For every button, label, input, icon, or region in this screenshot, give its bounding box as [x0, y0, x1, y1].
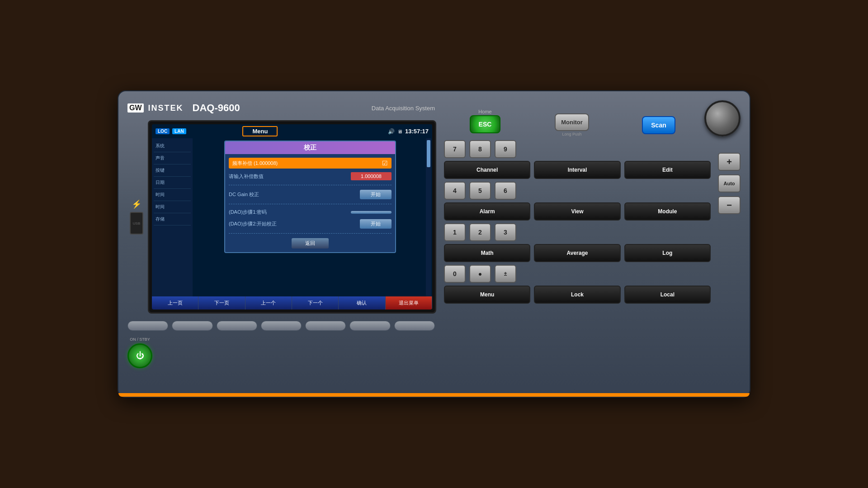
sidebar-item-4: 日期	[154, 177, 191, 189]
dao-step1-row: (DAO)步骤1:密码	[229, 209, 392, 216]
menu-tab[interactable]: Menu	[242, 126, 278, 136]
power-area: ON / STBY ⏻	[127, 335, 435, 370]
dao-step2-start-btn[interactable]: 开始	[360, 219, 392, 229]
long-push-label: Long Push	[562, 132, 581, 136]
input-row: 请输入补偿数值 1.000008	[229, 172, 392, 180]
key-interval[interactable]: Interval	[534, 161, 620, 179]
key-lock[interactable]: Lock	[534, 286, 620, 304]
lan-badge: LAN	[172, 128, 186, 134]
key-6[interactable]: 6	[495, 182, 516, 200]
sidebar-item-6: 时间	[154, 201, 191, 213]
key-7[interactable]: 7	[444, 140, 466, 158]
top-controls: Home ESC Monitor Long Push Scan	[444, 100, 741, 136]
time-display: 13:57:17	[405, 128, 429, 135]
soft-btn-7[interactable]	[394, 321, 435, 331]
dao-step1-input[interactable]	[351, 211, 392, 214]
key-menu[interactable]: Menu	[444, 286, 530, 304]
esc-col: Home ESC	[444, 109, 526, 133]
key-math[interactable]: Math	[444, 244, 530, 262]
fn-prev-page[interactable]: 上一页	[152, 296, 198, 310]
sidebar-item-3: 按键	[154, 164, 191, 177]
freq-comp-label: 频率补偿 (1.000008)	[232, 160, 378, 167]
dialog-body: 频率补偿 (1.000008) ☑ 请输入补偿数值 1.000008	[225, 154, 395, 252]
key-alarm[interactable]: Alarm	[444, 202, 530, 221]
usb-port: USB	[130, 212, 143, 235]
input-value[interactable]: 1.000008	[351, 172, 392, 180]
dc-gain-label: DC Gain 校正	[229, 191, 356, 198]
gw-logo: GW	[127, 103, 144, 113]
key-2[interactable]: 2	[469, 223, 491, 241]
key-log[interactable]: Log	[624, 244, 711, 262]
key-module[interactable]: Module	[624, 202, 711, 221]
soft-btn-1[interactable]	[127, 321, 168, 331]
power-button[interactable]: ⏻	[127, 343, 152, 368]
dao-step1-label: (DAO)步骤1:密码	[229, 209, 347, 216]
key-channel[interactable]: Channel	[444, 161, 530, 179]
screen-topbar: LOC LAN Menu 🔊 🖥 13:57:17	[152, 124, 432, 138]
sidebar-item-1: 系统	[154, 140, 191, 152]
key-1[interactable]: 1	[444, 223, 466, 241]
plus-button[interactable]: +	[718, 153, 741, 171]
soft-btn-3[interactable]	[217, 321, 257, 331]
keypad-row-2: 4 5 6	[444, 182, 711, 200]
soft-btn-2[interactable]	[172, 321, 212, 331]
key-plusminus[interactable]: ±	[495, 265, 516, 283]
soft-btn-4[interactable]	[261, 321, 302, 331]
key-edit[interactable]: Edit	[624, 161, 711, 179]
usb-icon: ⚡	[132, 199, 142, 209]
soft-buttons-row	[127, 318, 435, 331]
dialog-title: 校正	[225, 141, 395, 154]
key-9[interactable]: 9	[495, 140, 516, 158]
keypad-row-4b: Menu Lock Local	[444, 286, 711, 304]
key-average[interactable]: Average	[534, 244, 620, 262]
key-local[interactable]: Local	[624, 286, 711, 304]
scan-button[interactable]: Scan	[642, 116, 675, 134]
instek-logo: INSTEK	[148, 103, 184, 113]
back-row: 返回	[229, 238, 392, 249]
rotary-knob[interactable]	[704, 100, 741, 136]
scroll-handle[interactable]	[427, 140, 430, 167]
key-5[interactable]: 5	[469, 182, 491, 200]
sidebar-item-7: 存储	[154, 213, 191, 225]
sidebar-item-5: 时间	[154, 189, 191, 201]
monitor-button[interactable]: Monitor	[555, 113, 589, 131]
screen-bottom-bar: 上一页 下一页 上一个 下一个 确认 退出菜单	[152, 296, 432, 310]
keypad-main: 7 8 9 Channel Interval Edit 4 5 6 Alarm	[444, 140, 711, 304]
monitor-col: Monitor Long Push	[531, 105, 613, 136]
desc-label: Data Acquisition System	[372, 105, 435, 112]
key-view[interactable]: View	[534, 202, 620, 221]
keypad-row-3: 1 2 3	[444, 223, 711, 241]
keypad-row-2b: Alarm View Module	[444, 202, 711, 221]
dao-step2-label: (DAO)步骤2:开始校正	[229, 221, 356, 227]
loc-badge: LOC	[156, 128, 170, 134]
separator-1	[229, 185, 392, 185]
key-8[interactable]: 8	[469, 140, 491, 158]
fn-exit-menu[interactable]: 退出菜单	[386, 296, 432, 310]
screen-container: LOC LAN Menu 🔊 🖥 13:57:17 系统	[148, 120, 436, 314]
esc-button[interactable]: ESC	[470, 115, 501, 133]
minus-button[interactable]: −	[718, 196, 741, 214]
top-buttons-row: Home ESC Monitor Long Push Scan	[444, 105, 700, 136]
speaker-icon: 🔊	[388, 128, 395, 135]
input-label: 请输入补偿数值	[229, 173, 348, 180]
key-3[interactable]: 3	[495, 223, 516, 241]
freq-comp-row[interactable]: 频率补偿 (1.000008) ☑	[229, 158, 392, 169]
back-btn[interactable]: 返回	[292, 238, 329, 249]
key-0[interactable]: 0	[444, 265, 466, 283]
auto-button[interactable]: Auto	[718, 174, 741, 192]
key-dot[interactable]: ●	[469, 265, 491, 283]
keypad-section: 7 8 9 Channel Interval Edit 4 5 6 Alarm	[444, 140, 741, 304]
fn-confirm[interactable]: 确认	[339, 296, 385, 310]
fn-prev-item[interactable]: 上一个	[245, 296, 292, 310]
screen: LOC LAN Menu 🔊 🖥 13:57:17 系统	[152, 124, 432, 310]
model-label: DAQ-9600	[193, 102, 240, 114]
soft-btn-6[interactable]	[349, 321, 390, 331]
fn-next-page[interactable]: 下一页	[198, 296, 245, 310]
dc-gain-start-btn[interactable]: 开始	[360, 190, 392, 199]
instrument-body: GW INSTEK DAQ-9600 Data Acquisition Syst…	[118, 90, 750, 398]
key-4[interactable]: 4	[444, 182, 466, 200]
sidebar-item-2: 声音	[154, 152, 191, 164]
soft-btn-5[interactable]	[305, 321, 346, 331]
fn-next-item[interactable]: 下一个	[292, 296, 339, 310]
screen-content: 系统 声音 按键 日期 时间 时间 存储 校正	[152, 138, 432, 296]
